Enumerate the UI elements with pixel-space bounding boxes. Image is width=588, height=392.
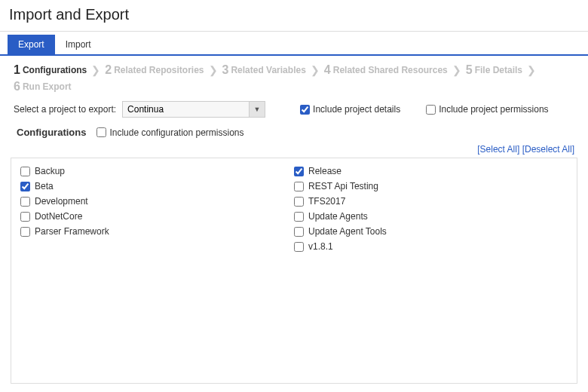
page-title: Import and Export bbox=[0, 0, 588, 32]
config-checkbox[interactable] bbox=[294, 212, 304, 222]
config-checkbox[interactable] bbox=[20, 182, 30, 191]
wizard-step-label: Related Variables bbox=[231, 65, 305, 75]
chevron-right-icon: ❯ bbox=[451, 64, 463, 76]
config-label: Parser Framework bbox=[35, 226, 109, 237]
config-checkbox[interactable] bbox=[294, 197, 304, 207]
include-details-checkbox[interactable] bbox=[300, 105, 310, 115]
config-label: TFS2017 bbox=[308, 196, 345, 207]
config-checkbox[interactable] bbox=[20, 197, 30, 207]
config-item[interactable]: Parser Framework bbox=[20, 226, 294, 237]
configurations-header: Configurations bbox=[17, 127, 86, 138]
project-select[interactable]: ▼ bbox=[122, 101, 265, 118]
include-permissions-option[interactable]: Include project permissions bbox=[426, 104, 548, 115]
config-item[interactable]: Development bbox=[20, 196, 294, 207]
chevron-right-icon: ❯ bbox=[525, 64, 537, 76]
chevron-right-icon: ❯ bbox=[207, 64, 219, 76]
include-config-permissions-option[interactable]: Include configuration permissions bbox=[96, 127, 243, 138]
chevron-right-icon: ❯ bbox=[309, 64, 321, 76]
config-label: Release bbox=[308, 166, 341, 176]
project-select-input[interactable] bbox=[122, 101, 265, 118]
wizard-step-label: Related Repositories bbox=[114, 65, 204, 75]
dropdown-icon[interactable]: ▼ bbox=[249, 101, 265, 118]
config-checkbox[interactable] bbox=[20, 212, 30, 222]
config-label: Backup bbox=[35, 166, 65, 176]
config-checkbox[interactable] bbox=[294, 182, 304, 191]
deselect-all-link[interactable]: [Deselect All] bbox=[522, 144, 574, 155]
wizard-step-1[interactable]: 1Configurations bbox=[14, 63, 87, 77]
config-item[interactable]: v1.8.1 bbox=[294, 241, 568, 252]
config-checkbox[interactable] bbox=[294, 167, 304, 176]
config-item[interactable]: Backup bbox=[20, 166, 294, 176]
include-permissions-label: Include project permissions bbox=[439, 104, 548, 115]
select-all-link[interactable]: [Select All] bbox=[477, 144, 519, 155]
config-item[interactable]: Release bbox=[294, 166, 568, 176]
configurations-list: BackupBetaDevelopmentDotNetCoreParser Fr… bbox=[11, 158, 577, 384]
wizard-step-label: Configurations bbox=[23, 65, 87, 75]
wizard-step-label: File Details bbox=[475, 65, 522, 75]
config-checkbox[interactable] bbox=[294, 242, 304, 252]
config-label: REST Api Testing bbox=[308, 181, 378, 191]
config-label: Beta bbox=[35, 181, 54, 191]
wizard-step-number: 3 bbox=[222, 63, 229, 77]
config-label: v1.8.1 bbox=[308, 241, 333, 252]
tab-import[interactable]: Import bbox=[55, 35, 102, 54]
wizard-step-number: 4 bbox=[324, 63, 331, 77]
config-item[interactable]: DotNetCore bbox=[20, 211, 294, 222]
config-item[interactable]: Update Agent Tools bbox=[294, 226, 568, 237]
tab-export[interactable]: Export bbox=[8, 35, 55, 54]
config-item[interactable]: REST Api Testing bbox=[294, 181, 568, 191]
wizard-step-3[interactable]: 3Related Variables bbox=[222, 63, 306, 77]
chevron-right-icon: ❯ bbox=[90, 64, 102, 76]
wizard-step-5[interactable]: 5File Details bbox=[466, 63, 522, 77]
include-config-permissions-label: Include configuration permissions bbox=[109, 127, 243, 138]
config-checkbox[interactable] bbox=[20, 167, 30, 176]
config-checkbox[interactable] bbox=[294, 227, 304, 237]
project-select-label: Select a project to export: bbox=[14, 104, 116, 115]
wizard-step-number: 1 bbox=[14, 63, 20, 77]
config-item[interactable]: Beta bbox=[20, 181, 294, 191]
config-label: DotNetCore bbox=[35, 211, 82, 222]
wizard-step-2[interactable]: 2Related Repositories bbox=[105, 63, 204, 77]
config-item[interactable]: TFS2017 bbox=[294, 196, 568, 207]
config-label: Development bbox=[35, 196, 88, 207]
include-details-option[interactable]: Include project details bbox=[300, 104, 400, 115]
wizard-step-number: 2 bbox=[105, 63, 112, 77]
config-item[interactable]: Update Agents bbox=[294, 211, 568, 222]
config-checkbox[interactable] bbox=[20, 227, 30, 237]
wizard-step-number: 5 bbox=[466, 63, 473, 77]
wizard-steps: 1Configurations❯2Related Repositories❯3R… bbox=[0, 56, 588, 100]
wizard-step-number: 6 bbox=[14, 80, 20, 93]
wizard-step-label: Run Export bbox=[23, 81, 72, 92]
wizard-step-4[interactable]: 4Related Shared Resources bbox=[324, 63, 448, 77]
wizard-step-label: Related Shared Resources bbox=[333, 65, 448, 75]
config-label: Update Agents bbox=[308, 211, 368, 222]
tabs: Export Import bbox=[0, 35, 588, 56]
include-config-permissions-checkbox[interactable] bbox=[96, 127, 106, 137]
include-permissions-checkbox[interactable] bbox=[426, 105, 436, 115]
config-label: Update Agent Tools bbox=[308, 226, 387, 237]
wizard-step-6[interactable]: 6Run Export bbox=[14, 80, 72, 93]
include-details-label: Include project details bbox=[313, 104, 400, 115]
